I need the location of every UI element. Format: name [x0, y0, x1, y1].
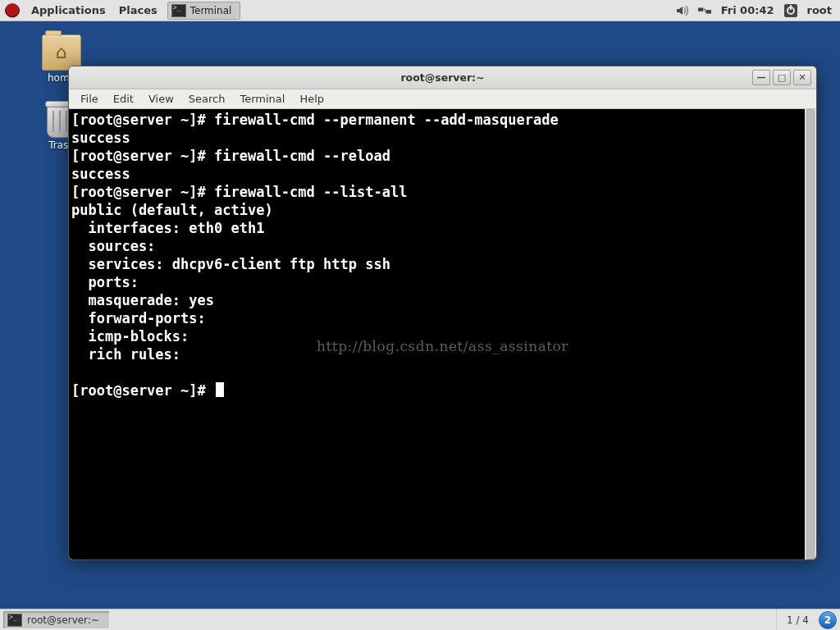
- top-task-label: Terminal: [190, 5, 232, 16]
- terminal-line: [root@server ~]# firewall-cmd --permanen…: [71, 111, 814, 129]
- terminal-line: success: [71, 165, 814, 183]
- network-icon[interactable]: [698, 4, 711, 17]
- terminal-line: services: dhcpv6-client ftp http ssh: [71, 255, 814, 273]
- terminal-icon: [7, 614, 22, 627]
- cursor: [216, 382, 224, 397]
- user-menu[interactable]: root: [807, 4, 833, 16]
- terminal-menubar: File Edit View Search Terminal Help: [69, 89, 816, 109]
- prompt-text: [root@server ~]#: [71, 382, 214, 399]
- taskbar-item-label: root@server:~: [27, 614, 99, 626]
- terminal-scrollbar[interactable]: [805, 109, 816, 559]
- applications-menu[interactable]: Applications: [25, 0, 112, 21]
- maximize-button[interactable]: □: [773, 70, 791, 85]
- power-icon[interactable]: [784, 4, 797, 17]
- menu-terminal[interactable]: Terminal: [233, 91, 291, 107]
- scrollbar-thumb[interactable]: [806, 109, 815, 559]
- terminal-line: [root@server ~]# firewall-cmd --list-all: [71, 183, 814, 201]
- terminal-line: [71, 363, 814, 381]
- menu-search[interactable]: Search: [182, 91, 232, 107]
- terminal-line: ports:: [71, 273, 814, 291]
- terminal-prompt[interactable]: [root@server ~]#: [71, 381, 814, 399]
- terminal-line: sources:: [71, 237, 814, 255]
- taskbar-item-terminal[interactable]: root@server:~: [3, 611, 110, 629]
- terminal-line: icmp-blocks:: [71, 327, 814, 345]
- desktop[interactable]: home Trash root@server:~ — □ ✕ File Edit…: [0, 21, 840, 609]
- menu-edit[interactable]: Edit: [107, 91, 140, 107]
- top-task-terminal[interactable]: Terminal: [167, 2, 241, 20]
- terminal-body[interactable]: [root@server ~]# firewall-cmd --permanen…: [69, 109, 816, 559]
- terminal-line: forward-ports:: [71, 309, 814, 327]
- terminal-line: success: [71, 129, 814, 147]
- places-menu[interactable]: Places: [112, 0, 164, 21]
- minimize-button[interactable]: —: [752, 70, 770, 85]
- close-button[interactable]: ✕: [793, 70, 811, 85]
- bottom-panel: root@server:~ 1 / 4 2: [0, 609, 840, 630]
- menu-help[interactable]: Help: [293, 91, 331, 107]
- svg-rect-0: [698, 7, 703, 11]
- window-controls: — □ ✕: [752, 70, 811, 85]
- svg-rect-1: [705, 10, 710, 13]
- top-panel: Applications Places Terminal Fri 00:42 r…: [0, 0, 840, 21]
- terminal-line: interfaces: eth0 eth1: [71, 219, 814, 237]
- workspace-indicator[interactable]: 1 / 4: [776, 609, 819, 630]
- terminal-icon: [171, 4, 186, 17]
- terminal-line: public (default, active): [71, 201, 814, 219]
- workspace-badge[interactable]: 2: [819, 611, 837, 629]
- terminal-window[interactable]: root@server:~ — □ ✕ File Edit View Searc…: [68, 66, 817, 560]
- window-title: root@server:~: [400, 71, 484, 84]
- clock[interactable]: Fri 00:42: [721, 4, 774, 16]
- distro-logo-icon: [5, 3, 20, 18]
- menu-view[interactable]: View: [142, 91, 180, 107]
- window-titlebar[interactable]: root@server:~ — □ ✕: [69, 66, 816, 89]
- volume-icon[interactable]: [675, 4, 688, 17]
- terminal-line: [root@server ~]# firewall-cmd --reload: [71, 147, 814, 165]
- system-tray: Fri 00:42 root: [675, 0, 840, 21]
- terminal-line: rich rules:: [71, 345, 814, 363]
- menu-file[interactable]: File: [74, 91, 105, 107]
- terminal-line: masquerade: yes: [71, 291, 814, 309]
